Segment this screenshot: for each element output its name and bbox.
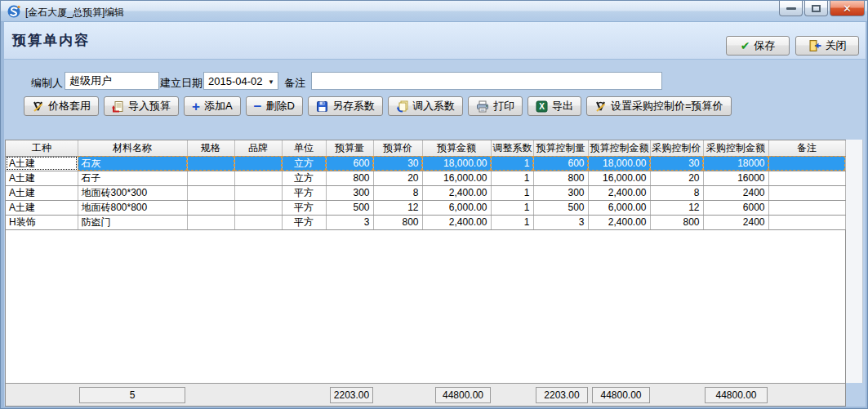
cell[interactable]: 600: [533, 156, 588, 171]
column-header[interactable]: 工种: [6, 140, 78, 156]
minimize-button[interactable]: [779, 1, 803, 16]
column-header[interactable]: 预算金额: [422, 140, 491, 156]
table-row[interactable]: A土建石子立方8002016,000.00180016,000.00201600…: [6, 171, 845, 185]
cell[interactable]: [768, 200, 845, 215]
save-button[interactable]: ✔ 保存: [726, 36, 790, 56]
column-header[interactable]: 采购控制金额: [703, 140, 768, 156]
cell[interactable]: 2400: [703, 215, 768, 229]
cell[interactable]: [234, 215, 282, 229]
cell[interactable]: 6,000.00: [422, 200, 491, 215]
cell[interactable]: 16,000.00: [588, 171, 650, 185]
cell[interactable]: 平方: [282, 215, 326, 229]
cell[interactable]: A土建: [6, 171, 78, 185]
cell[interactable]: 立方: [282, 156, 326, 171]
cell[interactable]: H装饰: [6, 215, 78, 229]
cell[interactable]: [234, 171, 282, 185]
cell[interactable]: 12: [650, 200, 703, 215]
cell[interactable]: [187, 171, 234, 185]
cell[interactable]: 3: [326, 215, 373, 229]
cell[interactable]: 6000: [703, 200, 768, 215]
cell[interactable]: A土建: [6, 185, 78, 200]
cell[interactable]: A土建: [6, 200, 78, 215]
cell[interactable]: [768, 215, 845, 229]
cell[interactable]: 300: [326, 185, 373, 200]
cell[interactable]: [234, 156, 282, 171]
table-row[interactable]: A土建地面砖300*300平方30082,400.0013002,400.008…: [6, 185, 845, 200]
cell[interactable]: 500: [326, 200, 373, 215]
cell[interactable]: 300: [533, 185, 588, 200]
cell[interactable]: 600: [326, 156, 373, 171]
cell[interactable]: [768, 156, 845, 171]
column-header[interactable]: 预算量: [326, 140, 373, 156]
cell[interactable]: 防盗门: [78, 215, 187, 229]
export-button[interactable]: X 导出: [527, 96, 581, 116]
column-header[interactable]: 品牌: [234, 140, 282, 156]
maximize-button[interactable]: [804, 1, 828, 16]
cell[interactable]: 1: [491, 185, 533, 200]
save-coefficient-button[interactable]: 另存系数: [308, 96, 383, 116]
cell[interactable]: 3: [533, 215, 588, 229]
print-button[interactable]: 打印: [468, 96, 523, 116]
column-header[interactable]: 单位: [282, 140, 326, 156]
cell[interactable]: A土建: [6, 156, 78, 171]
cell[interactable]: 20: [650, 171, 703, 185]
table-row[interactable]: A土建地面砖800*800平方500126,000.0015006,000.00…: [6, 200, 845, 215]
cell[interactable]: 6,000.00: [588, 200, 650, 215]
cell[interactable]: 地面砖300*300: [78, 185, 187, 200]
cell[interactable]: [234, 185, 282, 200]
column-header[interactable]: 备注: [768, 140, 845, 156]
cell[interactable]: 800: [326, 171, 373, 185]
cell[interactable]: [187, 156, 234, 171]
table-row[interactable]: H装饰防盗门平方38002,400.00132,400.008002400: [6, 215, 845, 229]
cell[interactable]: 石子: [78, 171, 187, 185]
price-apply-button[interactable]: 价格套用: [24, 96, 99, 116]
cell[interactable]: [768, 185, 845, 200]
cell[interactable]: [187, 185, 234, 200]
cell[interactable]: 8: [650, 185, 703, 200]
cell[interactable]: 石灰: [78, 156, 187, 171]
column-header[interactable]: 预算控制量: [533, 140, 588, 156]
cell[interactable]: 2,400.00: [422, 185, 491, 200]
set-purchase-price-button[interactable]: 设置采购控制价=预算价: [586, 96, 732, 116]
cell[interactable]: 500: [533, 200, 588, 215]
cell[interactable]: [768, 171, 845, 185]
cell[interactable]: 1: [491, 215, 533, 229]
cell[interactable]: 16000: [703, 171, 768, 185]
cell[interactable]: 平方: [282, 200, 326, 215]
creator-input[interactable]: [65, 72, 159, 90]
cell[interactable]: [234, 200, 282, 215]
cell[interactable]: 1: [491, 200, 533, 215]
remark-input[interactable]: [311, 72, 662, 90]
date-combobox[interactable]: 2015-04-02 ▼: [203, 72, 278, 90]
cell[interactable]: 800: [373, 215, 422, 229]
cell[interactable]: 12: [373, 200, 422, 215]
column-header[interactable]: 调整系数: [491, 140, 533, 156]
cell[interactable]: 16,000.00: [422, 171, 491, 185]
cell[interactable]: 平方: [282, 185, 326, 200]
column-header[interactable]: 预算价: [373, 140, 422, 156]
import-budget-button[interactable]: 导入预算: [104, 96, 179, 116]
cell[interactable]: 30: [650, 156, 703, 171]
load-coefficient-button[interactable]: 调入系数: [388, 96, 463, 116]
cell[interactable]: 800: [650, 215, 703, 229]
delete-row-button[interactable]: − 删除D: [246, 96, 303, 116]
cell[interactable]: 18,000.00: [422, 156, 491, 171]
close-button[interactable]: 关闭: [795, 36, 859, 56]
cell[interactable]: 地面砖800*800: [78, 200, 187, 215]
cell[interactable]: 1: [491, 171, 533, 185]
cell[interactable]: 20: [373, 171, 422, 185]
column-header[interactable]: 预算控制金额: [588, 140, 650, 156]
table-row[interactable]: A土建石灰立方6003018,000.00160018,000.00301800…: [6, 156, 845, 171]
column-header[interactable]: 采购控制价: [650, 140, 703, 156]
cell[interactable]: 18,000.00: [588, 156, 650, 171]
column-header[interactable]: 规格: [187, 140, 234, 156]
cell[interactable]: 2,400.00: [422, 215, 491, 229]
cell[interactable]: 800: [533, 171, 588, 185]
cell[interactable]: 2,400.00: [588, 215, 650, 229]
cell[interactable]: 2,400.00: [588, 185, 650, 200]
add-row-button[interactable]: + 添加A: [184, 96, 241, 116]
cell[interactable]: 18000: [703, 156, 768, 171]
cell[interactable]: 30: [373, 156, 422, 171]
cell[interactable]: 8: [373, 185, 422, 200]
close-window-button[interactable]: ✕: [830, 1, 865, 16]
